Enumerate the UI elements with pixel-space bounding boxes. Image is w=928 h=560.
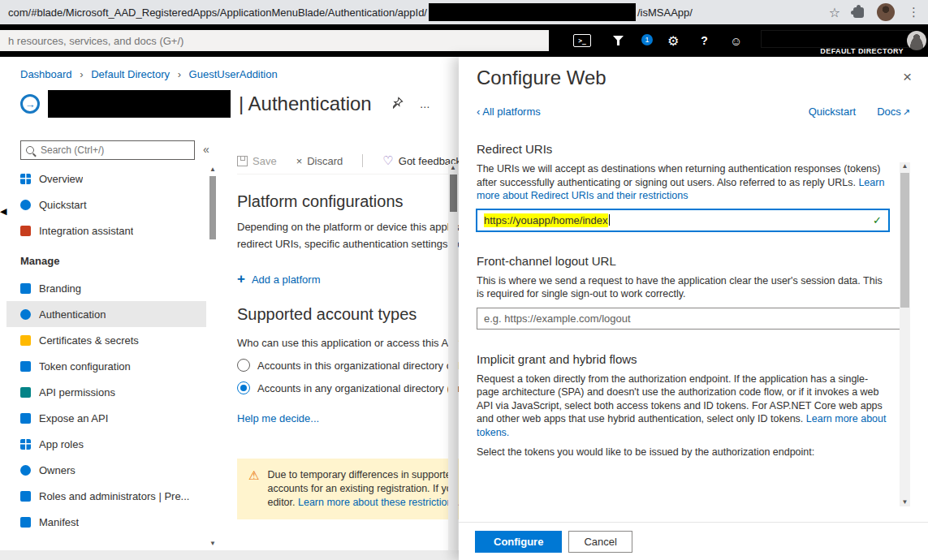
scrollbar-thumb[interactable] [209,176,216,239]
scroll-down-icon[interactable]: ▼ [902,498,909,506]
close-icon[interactable]: × [903,68,912,86]
docs-link[interactable]: Docs↗ [877,106,910,118]
configure-web-panel: × Configure Web ‹ All platforms Quicksta… [459,57,928,560]
panel-content: Redirect URIs The URIs we will accept as… [477,142,889,459]
external-link-icon: ↗ [903,107,910,117]
app-logo-icon: → [20,94,40,114]
app-roles-icon [20,439,31,450]
pin-icon[interactable] [391,97,404,111]
panel-footer: Configure Cancel [459,522,928,560]
integration-assistant-icon [20,226,31,236]
global-search-input[interactable] [0,30,549,51]
sidebar-item-manifest[interactable]: Manifest [6,509,206,535]
sidebar-search-input[interactable] [39,144,189,157]
tokens-prompt: Select the tokens you would like to be i… [477,446,889,459]
valid-check-icon: ✓ [873,214,882,226]
save-icon [237,156,248,166]
redirect-uris-description: The URIs we will accept as destinations … [477,162,889,203]
sidebar-collapse-button[interactable]: « [203,143,209,156]
panel-scrollbar[interactable]: ▲ ▼ [900,162,910,506]
front-channel-description: This is where we send a request to have … [477,274,889,301]
sidebar-item-token-configuration[interactable]: Token configuration [6,353,206,379]
settings-gear-icon[interactable]: ⚙ [667,33,679,49]
sidebar-item-app-roles[interactable]: App roles [6,431,206,457]
panel-title: Configure Web [477,67,928,89]
cloud-shell-icon[interactable]: >_ [573,34,591,47]
bookmark-star-icon[interactable]: ☆ [829,5,840,20]
azure-top-bar: >_ 1 ⚙ ? ☺ DEFAULT DIRECTORY [0,24,928,57]
notification-badge: 1 [641,34,653,45]
sidebar-item-quickstart[interactable]: Quickstart [6,192,206,218]
scroll-down-icon[interactable]: ▼ [209,540,216,547]
sidebar-item-owners[interactable]: Owners [6,457,206,483]
restrictions-learn-more-link[interactable]: Learn more about these restrictions. [298,497,460,508]
scroll-up-icon[interactable]: ▲ [902,162,909,170]
scrollbar-thumb[interactable] [900,173,909,308]
owners-icon [20,465,31,476]
portal-workspace: ◀ Dashboard › Default Directory › GuestU… [0,57,928,560]
quickstart-icon [20,200,31,210]
authentication-icon [20,309,31,320]
sidebar-item-authentication[interactable]: Authentication [6,301,206,327]
quickstart-link[interactable]: Quickstart [809,106,857,118]
breadcrumb-separator-icon: › [80,68,83,80]
help-me-decide-link[interactable]: Help me decide... [237,412,319,424]
azure-account-avatar[interactable] [907,31,926,50]
page-header: → | Authentication … [20,88,430,120]
page-title: | Authentication [239,93,372,115]
redirect-uri-value: https://youapp/home/index [484,213,608,227]
redacted-account-info [761,30,913,48]
help-icon[interactable]: ? [701,34,708,47]
discard-icon: × [296,155,303,167]
implicit-grant-heading: Implicit grant and hybrid flows [477,352,889,366]
redirect-uris-heading: Redirect URIs [477,142,889,156]
more-options-icon[interactable]: … [420,98,430,110]
expose-api-icon [20,413,31,424]
breadcrumb-directory[interactable]: Default Directory [91,68,170,80]
radio-selected-icon[interactable] [237,381,250,394]
cancel-button[interactable]: Cancel [568,531,632,553]
browser-address-bar: com/#blade/Microsoft_AAD_RegisteredApps/… [0,0,928,24]
breadcrumb-app[interactable]: GuestUserAddition [189,68,278,80]
discard-button[interactable]: × Discard [296,155,343,167]
sidebar-search-box[interactable] [20,140,195,160]
panel-nav-row: ‹ All platforms Quickstart Docs↗ [477,106,910,118]
scroll-up-icon[interactable]: ▲ [209,166,216,173]
breadcrumb-dashboard[interactable]: Dashboard [20,68,72,80]
scroll-up-icon[interactable]: ▲ [450,164,456,171]
sidebar-item-overview[interactable]: Overview [6,166,206,192]
redirect-uri-input[interactable]: https://youapp/home/index ✓ [477,209,889,231]
scrollbar-thumb[interactable] [450,174,457,212]
extensions-icon[interactable] [853,7,864,18]
all-platforms-back-link[interactable]: ‹ All platforms [477,106,541,118]
sidebar-item-api-permissions[interactable]: API permissions [6,379,206,405]
save-button[interactable]: Save [237,155,277,167]
redacted-url-segment [429,3,636,21]
api-permissions-icon [20,387,31,398]
feedback-smiley-icon[interactable]: ☺ [730,34,742,48]
sidebar-scrollbar[interactable]: ▲ ▼ [208,166,218,547]
radio-icon[interactable] [237,359,250,372]
sidebar-item-expose-api[interactable]: Expose an API [6,405,206,431]
sidebar-item-roles-administrators[interactable]: Roles and administrators | Pre... [6,483,206,509]
sidebar-section-manage: Manage [6,243,206,275]
url-text-suffix[interactable]: /isMSAApp/ [637,6,693,19]
content-scrollbar[interactable]: ▲ [448,164,458,550]
browser-menu-icon[interactable]: ⋮ [908,5,920,19]
sidebar-item-certificates-secrets[interactable]: Certificates & secrets [6,327,206,353]
url-text-prefix[interactable]: com/#blade/Microsoft_AAD_RegisteredApps/… [8,6,427,19]
sidebar-menu: Overview Quickstart Integration assistan… [6,166,206,535]
branding-icon [20,283,31,294]
browser-profile-avatar[interactable] [877,3,895,21]
horizontal-scrollbar-track[interactable] [0,550,459,560]
toolbar-divider [362,154,363,167]
heart-icon: ♡ [382,153,393,168]
breadcrumb-separator-icon: › [178,68,181,80]
sidebar-item-branding[interactable]: Branding [6,275,206,301]
redacted-app-name [48,90,231,118]
manifest-icon [20,517,31,528]
configure-button[interactable]: Configure [475,531,562,553]
sidebar-item-integration-assistant[interactable]: Integration assistant [6,218,206,243]
directory-filter-icon[interactable] [613,36,624,45]
logout-url-input[interactable] [477,308,904,330]
